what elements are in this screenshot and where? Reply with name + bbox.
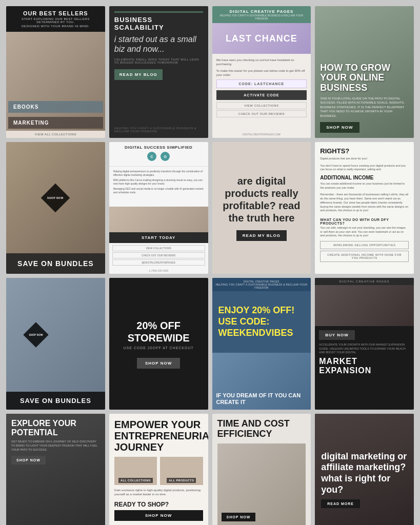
card-14-shop-btn[interactable]: SHOP NOW bbox=[114, 510, 203, 521]
card-1-footer[interactable]: VIEW ALL COLLECTIONS bbox=[6, 131, 105, 138]
card-empower-journey: EMPOWER YOUR ENTREPRENEURIAL JOURNEY ALL… bbox=[109, 414, 208, 525]
card-12-content: BUY NOW ACCELERATE YOUR GROWTH WITH OUR … bbox=[315, 326, 414, 410]
card-3-brand: DIGITAL CREATIVE PAGES bbox=[216, 9, 307, 14]
card-3-brand-sub: HELPING YOU CRAFT A SUSTAINABLE BUSINESS… bbox=[216, 14, 307, 20]
card-8-title: RIGHTS? bbox=[320, 147, 409, 155]
card-14-body: Gain exclusive rights to high-quality di… bbox=[114, 488, 203, 497]
card-6-logos: C G bbox=[113, 150, 204, 163]
card-3-image: LAST CHANCE bbox=[212, 23, 311, 54]
card-3-body1: We have seen you checking us out but hav… bbox=[216, 58, 307, 67]
card-13-body: GET READY TO EMBARK ON A JOURNEY OF SELF… bbox=[11, 440, 100, 452]
card-save-bundles-1: SHOP BUNDLES SHOP NOW SAVE ON BUNDLES bbox=[6, 142, 105, 274]
card-16-content: digital marketing or affiliate marketing… bbox=[315, 414, 414, 525]
card-11-promo: ENJOY 20% OFF! USE CODE: WEEKENDVIBES bbox=[212, 291, 311, 353]
card-6-body2: With platforms like Canva making designi… bbox=[113, 178, 204, 186]
card-11-header: DIGITAL CREATIVE PAGES HELPING YOU CRAFT… bbox=[212, 278, 311, 291]
card-4-shop-btn[interactable]: SHOP NOW bbox=[320, 122, 359, 133]
card-rights-income: RIGHTS? Digital products that are done f… bbox=[315, 142, 414, 274]
card-13-shop-btn[interactable]: SHOP NOW bbox=[11, 456, 46, 465]
card-market-expansion: DIGITAL CREATIVE PAGES BUY NOW ACCELERAT… bbox=[315, 278, 414, 410]
card-10-shop-btn[interactable]: SHOP NOW bbox=[137, 358, 180, 369]
card-8-sub1: Digital products that are done for you! bbox=[320, 157, 409, 161]
card-6-link-2[interactable]: CHECK OUT OUR REVIEWS bbox=[112, 252, 205, 258]
card-11-promo-text: ENJOY 20% OFF! USE CODE: WEEKENDVIBES bbox=[218, 305, 305, 338]
card-16-read-btn[interactable]: READ MORE bbox=[321, 499, 360, 508]
card-6-link-1[interactable]: VIEW COLLECTIONS bbox=[112, 245, 205, 251]
card-8-link1[interactable]: WORLDWIDE SELLING OPPORTUNITIES bbox=[320, 241, 409, 249]
card-7-title: are digital products really profitable? … bbox=[221, 175, 303, 224]
card-13-title: EXPLORE YOUR POTENTIAL bbox=[11, 419, 100, 437]
card-8-body2: You can create additional income so your… bbox=[320, 182, 409, 190]
card-9-title: SAVE ON BUNDLES bbox=[11, 397, 100, 405]
card-3-link-2[interactable]: CHECK OUT OUR REVIEWS bbox=[216, 110, 307, 117]
card-12-brand-text: DIGITAL CREATIVE PAGES bbox=[319, 280, 410, 283]
card-scalability: BUSINESS SCALABILITY i started out as a … bbox=[109, 6, 208, 138]
card-1-image: EBOOKS MARKETING bbox=[6, 32, 105, 131]
card-12-image bbox=[315, 285, 414, 326]
card-6-image bbox=[109, 207, 208, 232]
card-8-title2: ADDITIONAL INCOME bbox=[320, 175, 409, 180]
card-12-title: MARKET EXPANSION bbox=[319, 357, 410, 375]
card-5-diamond: SHOP NOW bbox=[41, 183, 70, 212]
card-8-link2[interactable]: CREATE ADDITIONAL INCOME WITH DONE FOR Y… bbox=[320, 251, 409, 262]
card-time-cost: TIME AND COST EFFICIENCY SHOP NOW STREAM… bbox=[212, 414, 311, 525]
card-15-shop-btn[interactable]: SHOP NOW bbox=[222, 513, 256, 521]
card-3-links: VIEW COLLECTIONS CHECK OUT OUR REVIEWS bbox=[216, 102, 307, 117]
card-2-brand-bar bbox=[114, 11, 203, 13]
card-8-body3: You can edit, redesign to suit your bran… bbox=[320, 226, 409, 238]
card-14-label-2: ALL PRODUCTS bbox=[167, 478, 196, 483]
card-6-body1: Helping digital entrepreneurs to positiv… bbox=[113, 170, 204, 177]
card-6-link-3[interactable]: @DIGITALCREATIVEPAGES bbox=[112, 259, 205, 266]
card-3-link-1[interactable]: VIEW COLLECTIONS bbox=[216, 102, 307, 109]
card-2-sub: CELEBRATE SMALL WINS TODAY THAT WILL LEA… bbox=[114, 58, 203, 64]
card-14-img-box-1: ALL COLLECTIONS bbox=[114, 457, 157, 485]
card-16-title: digital marketing or affiliate marketing… bbox=[321, 451, 408, 495]
card-how-to-grow: HOW TO GROW YOUR ONLINE BUSINESS THIS IS… bbox=[315, 6, 414, 138]
card-9-shop-now[interactable]: SHOP NOW bbox=[29, 333, 43, 336]
card-6-start-btn[interactable]: START TODAY bbox=[109, 232, 208, 243]
card-3-code: CODE: LASTCHANCE bbox=[216, 79, 307, 88]
card-grid: OUR BEST SELLERS START EXPLORING OUR BES… bbox=[6, 6, 414, 525]
card-14-ready: READY TO SHOP? bbox=[114, 501, 203, 508]
card-6-body3: Managing SEO and social media is no long… bbox=[113, 187, 204, 194]
card-twenty-off: 20% OFF STOREWIDE USE CODE 20OFF AT CHEC… bbox=[109, 278, 208, 410]
card-5-shop-now[interactable]: SHOP NOW bbox=[48, 196, 64, 199]
card-3-title: LAST CHANCE bbox=[226, 33, 297, 44]
card-3-header: DIGITAL CREATIVE PAGES HELPING YOU CRAFT… bbox=[212, 6, 311, 23]
card-12-body: ACCELERATE YOUR GROWTH WITH OUR MARKET E… bbox=[319, 343, 410, 355]
card-9-bottom: SAVE ON BUNDLES bbox=[6, 392, 105, 410]
card-12-brand: DIGITAL CREATIVE PAGES bbox=[315, 278, 414, 285]
card-2-btn[interactable]: READ MY BLOG bbox=[114, 69, 163, 80]
card-1-subtitle: START EXPLORING OUR BEST SELLERS DETERMI… bbox=[10, 17, 101, 24]
card-last-chance: DIGITAL CREATIVE PAGES HELPING YOU CRAFT… bbox=[212, 6, 311, 138]
card-best-sellers: OUR BEST SELLERS START EXPLORING OUR BES… bbox=[6, 6, 105, 138]
card-2-title: BUSINESS SCALABILITY bbox=[114, 16, 203, 31]
card-1-marketing-label[interactable]: MARKETING bbox=[8, 117, 103, 129]
card-6-footer: 1 (786) 535 0335 bbox=[109, 268, 208, 274]
card-6-header: DIGITAL SUCCESS SIMPLIFIED C G bbox=[109, 142, 208, 167]
card-11-brand-sub: HELPING YOU CRAFT A SUSTAINABLE BUSINESS… bbox=[215, 283, 308, 289]
card-1-title: OUR BEST SELLERS bbox=[10, 10, 101, 16]
card-6-logo-1: C bbox=[147, 152, 156, 161]
card-8-body1: You don't have to spend hours creating y… bbox=[320, 164, 409, 172]
card-12-buy-btn[interactable]: BUY NOW bbox=[319, 330, 355, 340]
card-3-activate-btn[interactable]: ACTIVATE CODE bbox=[216, 90, 307, 100]
card-8-note: Remember - there are thousands of busine… bbox=[320, 193, 409, 212]
card-10-code: USE CODE 20OFF AT CHECKOUT bbox=[123, 346, 193, 350]
card-2-brand: HELPING YOU CRAFT A SUSTAINABLE BUSINESS… bbox=[114, 127, 203, 133]
card-5-bottom: SAVE ON BUNDLES bbox=[6, 253, 105, 274]
card-explore-potential: EXPLORE YOUR POTENTIAL GET READY TO EMBA… bbox=[6, 414, 105, 525]
card-1-header: OUR BEST SELLERS START EXPLORING OUR BES… bbox=[6, 6, 105, 32]
card-digital-profitable: are digital products really profitable? … bbox=[212, 142, 311, 274]
card-3-footer: DIGITALCREATIVEPAGES.COM bbox=[212, 131, 311, 138]
card-1-ebooks-label[interactable]: EBOOKS bbox=[8, 101, 103, 113]
card-digital-vs-affiliate: digital marketing or affiliate marketing… bbox=[315, 414, 414, 525]
card-14-label-1: ALL COLLECTIONS bbox=[118, 478, 153, 483]
card-9-diamond: SHOP NOW bbox=[23, 322, 48, 347]
card-13-content: EXPLORE YOUR POTENTIAL GET READY TO EMBA… bbox=[6, 414, 105, 525]
card-8-section1: WHAT CAN YOU DO WITH OUR DFY PRODUCTS? bbox=[320, 218, 409, 225]
card-7-read-btn[interactable]: READ MY BLOG bbox=[236, 230, 287, 241]
card-11-caption: IF YOU DREAM OF IT YOU CAN CREATE IT bbox=[216, 392, 307, 406]
card-14-img-row: ALL COLLECTIONS ALL PRODUCTS bbox=[114, 457, 203, 485]
card-9-image: SHOP NOW bbox=[6, 278, 105, 392]
